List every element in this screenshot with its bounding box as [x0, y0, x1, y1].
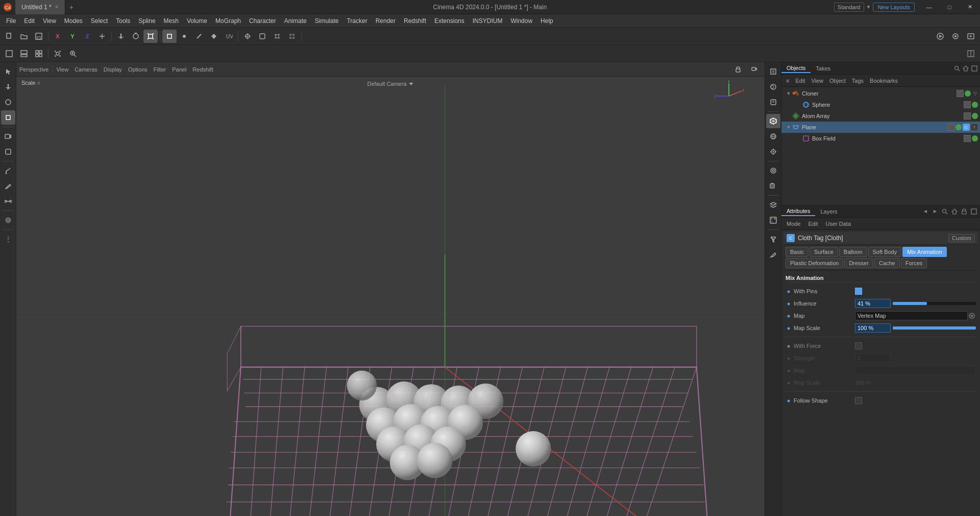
maximize-btn[interactable]: □ [939, 0, 960, 14]
menu-edit[interactable]: Edit [20, 16, 39, 26]
open-btn[interactable] [17, 30, 31, 43]
axis-all[interactable] [95, 30, 109, 43]
plane-vis-icon[interactable] [947, 124, 954, 131]
axis-x[interactable]: X [51, 30, 65, 43]
viewport-top-btn[interactable] [17, 47, 31, 60]
vp-view[interactable]: View [56, 66, 68, 73]
ri-materials-btn[interactable] [766, 80, 780, 94]
attr-home-btn[interactable] [950, 207, 959, 216]
map-diamond[interactable]: ◆ [786, 313, 792, 319]
obj-tb-icon[interactable]: ≡ [783, 77, 792, 84]
tab-surface[interactable]: Surface [810, 247, 838, 257]
cloner-vis-icon[interactable] [957, 90, 964, 97]
tag2-icon[interactable]: T [971, 124, 978, 131]
object-tool-btn[interactable] [1, 145, 15, 159]
snap2-btn[interactable] [255, 30, 270, 43]
cloner-lock[interactable]: ▽ [972, 90, 978, 97]
ri-properties-btn[interactable] [766, 95, 780, 109]
vp-layout-btn[interactable] [964, 47, 978, 60]
obj-tb-view[interactable]: View [808, 77, 826, 84]
zoom-btn[interactable] [66, 47, 80, 60]
layout-more[interactable]: ▼ [866, 4, 871, 10]
objects-tab[interactable]: Objects [781, 64, 811, 73]
takes-tab[interactable]: Takes [811, 64, 836, 73]
menu-render[interactable]: Render [372, 16, 400, 26]
bridge-btn[interactable] [1, 194, 15, 208]
attr-lock-btn[interactable] [960, 207, 968, 216]
render-view-btn[interactable] [933, 30, 947, 43]
mapscale-slider[interactable] [893, 326, 976, 330]
tab-mix-animation[interactable]: Mix Animation [902, 247, 946, 257]
attr-attributes-tab[interactable]: Attributes [781, 207, 815, 216]
active-tab[interactable]: Untitled 1 * ✕ [15, 0, 65, 14]
at-userdata[interactable]: User Data [823, 220, 854, 227]
menu-volume[interactable]: Volume [183, 16, 211, 26]
objects-search-btn[interactable] [953, 65, 961, 72]
ri-layer-btn[interactable] [766, 198, 780, 212]
grid-btn[interactable] [270, 30, 284, 43]
cloner-dot[interactable] [965, 90, 971, 97]
ri-objects-btn[interactable] [766, 64, 780, 79]
influence-slider[interactable] [893, 302, 976, 305]
close-btn[interactable]: ✕ [960, 0, 980, 14]
menu-file[interactable]: File [2, 16, 20, 26]
menu-extensions[interactable]: Extensions [430, 16, 469, 26]
rotate-btn[interactable] [129, 30, 143, 43]
objects-home-btn[interactable] [962, 65, 969, 72]
obj-tb-edit[interactable]: Edit [793, 77, 807, 84]
tab-cache[interactable]: Cache [874, 258, 900, 268]
vp-options[interactable]: Options [128, 66, 148, 73]
uv-mode-btn[interactable]: UV [222, 30, 236, 43]
mapscale-diamond[interactable]: ◆ [786, 325, 792, 331]
menu-mograph[interactable]: MoGraph [211, 16, 245, 26]
follow-shape-checkbox[interactable] [855, 397, 862, 404]
sphere-dot[interactable] [972, 102, 978, 108]
vp-cameras[interactable]: Cameras [75, 66, 97, 73]
move-tool-btn[interactable] [1, 80, 15, 94]
tree-item-plane[interactable]: ▼ Plane C T [781, 122, 980, 133]
vp-redshift[interactable]: Redshift [192, 66, 213, 73]
viewport-3d[interactable]: Perspective View Cameras Display Options… [16, 62, 765, 516]
objects-more-btn[interactable] [971, 65, 978, 72]
tree-item-cloner[interactable]: ▼ Cloner ▽ [781, 88, 980, 99]
tree-item-boxfield[interactable]: ▶ Box Field [781, 133, 980, 144]
vp-camera-btn[interactable] [747, 63, 762, 76]
poly-mode-btn[interactable] [207, 30, 221, 43]
tab-close-btn[interactable]: ✕ [55, 4, 59, 10]
snap-btn[interactable] [240, 30, 255, 43]
scale-btn[interactable] [143, 30, 158, 43]
edge-mode-btn[interactable] [192, 30, 206, 43]
map-input[interactable] [855, 311, 968, 320]
with-pins-diamond[interactable]: ◆ [786, 288, 792, 294]
plane-expand[interactable]: ▼ [786, 124, 792, 130]
render-settings-btn[interactable] [948, 30, 963, 43]
ri-filter-btn[interactable] [766, 232, 780, 246]
tab-plastic-def[interactable]: Plastic Deformation [786, 258, 843, 268]
sphere-vis-icon[interactable] [964, 101, 971, 108]
axis-z[interactable]: Z [80, 30, 94, 43]
ri-paint-btn[interactable] [766, 213, 780, 227]
attr-back-btn[interactable] [921, 207, 929, 216]
new-layouts-btn[interactable]: New Layouts [873, 3, 915, 12]
menu-spline[interactable]: Spline [134, 16, 159, 26]
attr-fwd-btn[interactable] [931, 207, 939, 216]
tree-item-sphere[interactable]: ▶ Sphere [781, 99, 980, 110]
ri-pen-btn[interactable] [766, 247, 780, 262]
tab-balloon[interactable]: Balloon [839, 247, 867, 257]
extra-tools-btn[interactable]: ⋮ [1, 232, 15, 246]
ri-cube-btn[interactable] [766, 114, 780, 128]
tab-dresser[interactable]: Dresser [844, 258, 873, 268]
vp-panel[interactable]: Panel [172, 66, 186, 73]
vp-lock-btn[interactable] [731, 63, 745, 76]
menu-insydium[interactable]: INSYDIUM [469, 16, 507, 26]
ri-settings-btn[interactable] [766, 145, 780, 159]
attr-layers-tab[interactable]: Layers [815, 207, 842, 216]
at-mode[interactable]: Mode [783, 220, 804, 227]
menu-tools[interactable]: Tools [112, 16, 134, 26]
scale-tool-btn[interactable] [1, 110, 15, 125]
tab-softbody[interactable]: Soft Body [868, 247, 902, 257]
render-btn[interactable] [964, 30, 978, 43]
grid2-btn[interactable] [285, 30, 299, 43]
minimize-btn[interactable]: — [919, 0, 939, 14]
axis-y[interactable]: Y [65, 30, 80, 43]
